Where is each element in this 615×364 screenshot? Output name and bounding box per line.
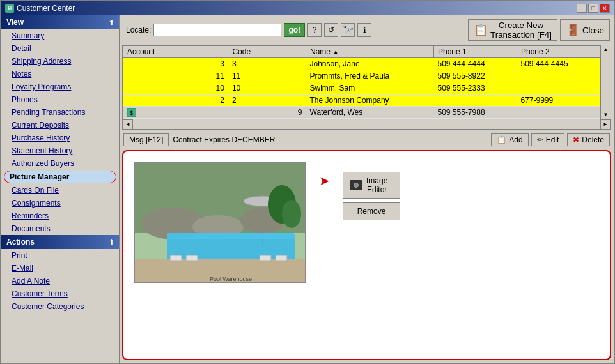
sidebar-item-phones[interactable]: Phones (1, 93, 119, 106)
title-bar-left: 🖥 Customer Center (5, 4, 75, 13)
camera-lens (354, 183, 359, 188)
minimize-button[interactable]: _ (577, 4, 587, 13)
scroll-down-arrow[interactable]: ▼ (603, 112, 609, 118)
scroll-right-arrow[interactable]: ► (600, 119, 611, 130)
action-bar: Msg [F12] Contract Expires DECEMBER 📋 Ad… (122, 132, 611, 148)
sidebar-item-purchase-history[interactable]: Purchase History (1, 132, 119, 144)
add-button[interactable]: 📋 Add (491, 133, 528, 146)
sidebar-item-summary[interactable]: Summary (1, 29, 119, 42)
sidebar-item-pending-transactions[interactable]: Pending Transactions (1, 106, 119, 119)
table-inner: Account Code Name ▲ Phone 1 Phone 2 3 (123, 45, 600, 119)
sidebar-item-documents[interactable]: Documents (1, 222, 119, 235)
sidebar-item-customer-terms[interactable]: Customer Terms (1, 287, 119, 300)
cell-name: Waterford, Wes (306, 107, 434, 119)
svg-point-15 (282, 200, 301, 228)
row-status-icon: $ (127, 108, 136, 117)
msg-button[interactable]: Msg [F12] (123, 133, 169, 146)
arrow-container: ➤ (319, 162, 330, 187)
window-title: Customer Center (17, 4, 75, 13)
title-bar-controls: _ □ ✕ (577, 4, 610, 13)
sidebar-item-detail[interactable]: Detail (1, 42, 119, 55)
cell-phone1 (434, 95, 517, 107)
cell-account: 3 (123, 58, 228, 70)
contract-text: Contract Expires DECEMBER (173, 135, 275, 144)
cell-phone1: 509 444-4444 (434, 58, 517, 70)
sidebar-item-shipping-address[interactable]: Shipping Address (1, 55, 119, 68)
sidebar-item-statement-history[interactable]: Statement History (1, 144, 119, 157)
table-scroll-wrap: Account Code Name ▲ Phone 1 Phone 2 3 (123, 45, 611, 119)
cell-code: 11 (228, 70, 306, 82)
edit-label: Edit (546, 135, 559, 144)
maximize-button[interactable]: □ (588, 4, 598, 13)
sidebar-item-loyalty-programs[interactable]: Loyalty Programs (1, 80, 119, 93)
sidebar-item-reminders[interactable]: Reminders (1, 209, 119, 222)
sidebar-item-print[interactable]: Print (1, 249, 119, 262)
table-row[interactable]: 3 3 Johnson, Jane 509 444-4444 509 444-4… (123, 58, 600, 70)
sidebar-item-notes[interactable]: Notes (1, 68, 119, 80)
actions-section-header: Actions ⬆ (1, 235, 119, 249)
sidebar-item-authorized-buyers[interactable]: Authorized Buyers (1, 157, 119, 170)
svg-text:Pool Warehouse: Pool Warehouse (210, 276, 252, 282)
cell-account: 9 (228, 107, 306, 119)
pool-image: Pool Warehouse (134, 162, 306, 283)
sidebar-item-current-deposits[interactable]: Current Deposits (1, 119, 119, 132)
table-row[interactable]: 2 2 The Johnson Company 677-9999 (123, 95, 600, 107)
toolbar-right: 📋 Create New Transaction [F4] 🚪 Close (468, 19, 610, 41)
cell-phone1: 509 555-2333 (434, 82, 517, 95)
close-button[interactable]: 🚪 Close (560, 19, 610, 41)
svg-rect-11 (186, 255, 198, 261)
title-bar: 🖥 Customer Center _ □ ✕ (1, 1, 614, 15)
remove-button[interactable]: Remove (343, 202, 400, 220)
actions-chevron-icon: ⬆ (109, 239, 114, 246)
locate-label: Locate: (126, 26, 151, 34)
table-row[interactable]: 10 10 Swimm, Sam 509 555-2333 (123, 82, 600, 95)
go-button[interactable]: go! (284, 23, 305, 37)
edit-button[interactable]: ✏ Edit (531, 133, 565, 146)
refresh-icon-btn[interactable]: ↺ (324, 23, 338, 37)
sidebar: View ⬆ Summary Detail Shipping Address N… (1, 15, 120, 363)
table-header-row: Account Code Name ▲ Phone 1 Phone 2 (123, 46, 600, 58)
add-label: Add (509, 135, 522, 144)
scroll-left-arrow[interactable]: ◄ (123, 119, 133, 130)
delete-label: Delete (582, 135, 604, 144)
table-row[interactable]: 11 11 Prommts, Fred & Paula 509 555-8922 (123, 70, 600, 82)
cell-phone2 (517, 82, 600, 95)
image-editor-button[interactable]: ImageEditor (343, 172, 400, 199)
close-window-button[interactable]: ✕ (600, 4, 610, 13)
customer-center-window: 🖥 Customer Center _ □ ✕ View ⬆ Summary D… (0, 0, 615, 364)
cell-phone2: 677-9999 (517, 95, 600, 107)
cell-account: 2 (123, 95, 228, 107)
svg-rect-13 (276, 255, 287, 261)
info-icon-btn[interactable]: ℹ (357, 23, 371, 37)
add-icon: 📋 (497, 135, 506, 144)
sidebar-item-add-a-note[interactable]: Add A Note (1, 275, 119, 287)
sidebar-item-picture-manager[interactable]: Picture Manager (4, 171, 116, 183)
sidebar-item-cards-on-file[interactable]: Cards On File (1, 184, 119, 197)
camera-icon (350, 180, 362, 190)
cell-code: 2 (228, 95, 306, 107)
sidebar-item-email[interactable]: E-Mail (1, 262, 119, 275)
cell-code: 3 (228, 58, 306, 70)
cell-account: 10 (123, 82, 228, 95)
vertical-scrollbar[interactable]: ▲ ▼ (600, 45, 611, 119)
scroll-up-arrow[interactable]: ▲ (603, 47, 609, 52)
delete-button[interactable]: ✖ Delete (567, 133, 610, 146)
cell-account: 11 (123, 70, 228, 82)
help-icon-btn[interactable]: ? (308, 23, 322, 37)
create-icon: 📋 (474, 23, 488, 37)
sidebar-item-customer-categories[interactable]: Customer Categories (1, 300, 119, 313)
cell-name: The Johnson Company (306, 95, 434, 107)
arrow-icon: ➤ (319, 174, 330, 187)
col-code: Code (228, 46, 306, 58)
table-row[interactable]: $ 9 Waterford, Wes 509 555-7988 (123, 107, 600, 119)
horizontal-scrollbar[interactable]: ◄ ► (123, 119, 611, 129)
image-editor-label: ImageEditor (366, 176, 387, 194)
locate-input[interactable] (153, 24, 281, 36)
view-chevron-icon: ⬆ (109, 19, 114, 26)
svg-rect-8 (167, 233, 295, 239)
delete-icon: ✖ (573, 135, 579, 144)
sidebar-item-consignments[interactable]: Consignments (1, 197, 119, 209)
binoculars-icon-btn[interactable]: 🔭 (341, 23, 355, 37)
create-transaction-button[interactable]: 📋 Create New Transaction [F4] (468, 19, 557, 41)
picture-manager-panel: Pool Warehouse ➤ ImageEditor (122, 150, 611, 360)
